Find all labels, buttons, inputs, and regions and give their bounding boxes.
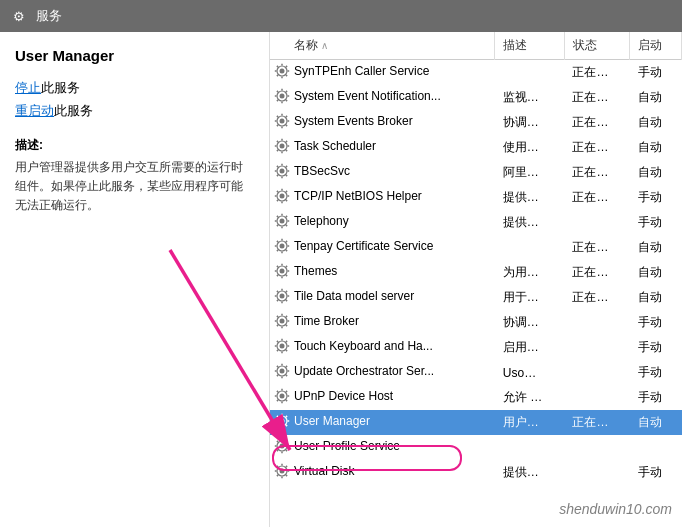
col-header-status[interactable]: 状态	[564, 32, 629, 60]
svg-line-59	[286, 191, 287, 192]
svg-point-61	[280, 219, 285, 224]
title-bar-icon: ⚙	[10, 7, 28, 25]
service-startup-cell: 自动	[630, 410, 682, 435]
service-name-cell: Telephony	[270, 210, 495, 235]
service-name-cell: UPnP Device Host	[270, 385, 495, 410]
table-row[interactable]: System Events Broker 协调…正在…自动	[270, 110, 682, 135]
service-startup-cell: 自动	[630, 260, 682, 285]
service-name-cell: TCP/IP NetBIOS Helper	[270, 185, 495, 210]
service-icon	[274, 213, 290, 229]
svg-line-163	[286, 475, 287, 476]
svg-line-139	[286, 391, 287, 392]
service-icon	[274, 438, 290, 454]
service-name: Touch Keyboard and Ha...	[294, 339, 433, 353]
svg-line-147	[277, 416, 278, 417]
svg-point-51	[280, 194, 285, 199]
service-desc-cell: 提供…	[495, 210, 565, 235]
service-desc-cell: 为用…	[495, 260, 565, 285]
svg-line-79	[286, 241, 287, 242]
table-row[interactable]: TBSecSvc 阿里…正在…自动	[270, 160, 682, 185]
table-row[interactable]: User Profile Service	[270, 435, 682, 460]
svg-line-155	[277, 450, 278, 451]
svg-line-77	[277, 241, 278, 242]
table-row[interactable]: Telephony 提供…手动	[270, 210, 682, 235]
svg-line-29	[286, 116, 287, 117]
svg-line-15	[277, 100, 278, 101]
svg-line-165	[277, 475, 278, 476]
svg-line-67	[277, 216, 278, 217]
service-description: 用户管理器提供多用户交互所需要的运行时组件。如果停止此服务，某些应用程序可能无法…	[15, 158, 254, 216]
table-row[interactable]: Task Scheduler 使用…正在…自动	[270, 135, 682, 160]
col-header-name[interactable]: 名称∧	[270, 32, 495, 60]
restart-service-link[interactable]: 重启动	[15, 103, 54, 118]
svg-point-121	[280, 369, 285, 374]
left-panel: User Manager 停止此服务 重启动此服务 描述: 用户管理器提供多用户…	[0, 32, 270, 527]
table-row[interactable]: System Event Notification... 监视…正在…自动	[270, 85, 682, 110]
service-startup-cell: 手动	[630, 185, 682, 210]
service-status-cell: 正在…	[564, 85, 629, 110]
svg-point-91	[280, 294, 285, 299]
svg-line-13	[286, 100, 287, 101]
service-status-cell: 正在…	[564, 185, 629, 210]
table-row[interactable]: UPnP Device Host 允许 …手动	[270, 385, 682, 410]
service-startup-cell: 手动	[630, 60, 682, 86]
svg-point-111	[280, 344, 285, 349]
svg-line-93	[286, 300, 287, 301]
stop-service-link[interactable]: 停止	[15, 80, 41, 95]
svg-line-157	[277, 441, 278, 442]
table-row[interactable]: Tile Data model server 用于…正在…自动	[270, 285, 682, 310]
svg-point-151	[280, 444, 285, 449]
table-row[interactable]: Time Broker 协调…手动	[270, 310, 682, 335]
table-row[interactable]: Themes 为用…正在…自动	[270, 260, 682, 285]
col-header-startup[interactable]: 启动	[630, 32, 682, 60]
service-name-cell: Virtual Disk	[270, 460, 495, 485]
service-name: Tenpay Certificate Service	[294, 239, 433, 253]
svg-line-129	[286, 366, 287, 367]
svg-line-83	[286, 275, 287, 276]
table-row[interactable]: User Manager 用户…正在…自动	[270, 410, 682, 435]
svg-line-19	[286, 91, 287, 92]
svg-line-33	[286, 150, 287, 151]
table-row[interactable]: Virtual Disk 提供…手动	[270, 460, 682, 485]
svg-line-45	[277, 175, 278, 176]
svg-line-105	[277, 325, 278, 326]
svg-line-27	[277, 116, 278, 117]
col-header-description[interactable]: 描述	[495, 32, 565, 60]
service-startup-cell: 手动	[630, 460, 682, 485]
service-icon	[274, 413, 290, 429]
svg-point-81	[280, 269, 285, 274]
service-name-cell: Themes	[270, 260, 495, 285]
service-status-cell: 正在…	[564, 110, 629, 135]
svg-point-101	[280, 319, 285, 324]
service-name: UPnP Device Host	[294, 389, 393, 403]
table-header-row: 名称∧ 描述 状态 启动	[270, 32, 682, 60]
service-desc-cell: 允许 …	[495, 385, 565, 410]
svg-line-39	[286, 141, 287, 142]
table-row[interactable]: SynTPEnh Caller Service 正在…手动	[270, 60, 682, 86]
service-name: TCP/IP NetBIOS Helper	[294, 189, 422, 203]
service-icon	[274, 313, 290, 329]
right-panel: 名称∧ 描述 状态 启动 SynTPEnh Caller Service 正在……	[270, 32, 682, 527]
service-desc-cell	[495, 435, 565, 460]
table-row[interactable]: Tenpay Certificate Service 正在…自动	[270, 235, 682, 260]
service-name-cell: System Event Notification...	[270, 85, 495, 110]
service-startup-cell: 手动	[630, 385, 682, 410]
svg-line-135	[277, 400, 278, 401]
service-icon	[274, 188, 290, 204]
service-name-cell: Task Scheduler	[270, 135, 495, 160]
service-desc-cell: 提供…	[495, 460, 565, 485]
service-startup-cell: 自动	[630, 285, 682, 310]
svg-line-137	[277, 391, 278, 392]
svg-line-85	[277, 275, 278, 276]
svg-line-9	[286, 66, 287, 67]
svg-point-161	[280, 469, 285, 474]
svg-line-37	[277, 141, 278, 142]
table-row[interactable]: Update Orchestrator Ser... Uso…手动	[270, 360, 682, 385]
table-row[interactable]: Touch Keyboard and Ha... 启用…手动	[270, 335, 682, 360]
service-desc-cell: 用于…	[495, 285, 565, 310]
service-startup-cell: 自动	[630, 85, 682, 110]
service-name-cell: TBSecSvc	[270, 160, 495, 185]
service-name: Time Broker	[294, 314, 359, 328]
svg-line-97	[277, 291, 278, 292]
table-row[interactable]: TCP/IP NetBIOS Helper 提供…正在…手动	[270, 185, 682, 210]
